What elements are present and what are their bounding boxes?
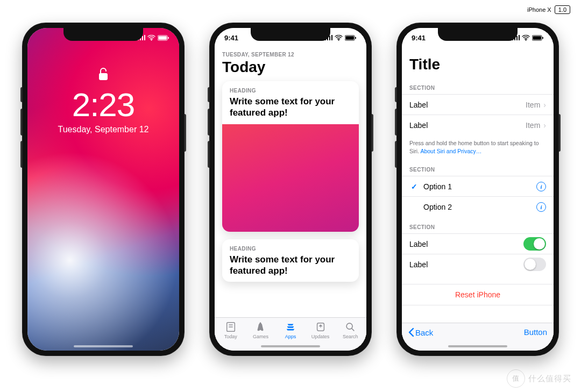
card-text: Write some text for your featured app!: [230, 254, 351, 277]
svg-rect-1: [158, 36, 167, 39]
chevron-left-icon: [408, 327, 414, 337]
chevron-right-icon: ›: [543, 121, 546, 130]
tab-apps[interactable]: Apps: [275, 321, 306, 339]
svg-rect-15: [542, 37, 543, 39]
phone-settings: 9:41 Title SECTION Label Item › Label It…: [396, 23, 559, 356]
today-date: TUESDAY, SEPTEMBER 12: [222, 52, 359, 58]
home-indicator[interactable]: [448, 345, 507, 347]
back-label: Back: [415, 328, 433, 337]
toggle-switch[interactable]: [523, 237, 546, 251]
page-title: Title: [402, 47, 554, 77]
battery-icon: [158, 35, 169, 41]
status-time: 9:41: [224, 34, 238, 42]
unlock-icon: [97, 67, 109, 84]
battery-icon: [345, 35, 357, 41]
tab-label: Updates: [311, 334, 330, 339]
row-label: Label: [409, 260, 523, 269]
switch-row: Label: [402, 233, 554, 254]
watermark: 值 什么值得买: [507, 369, 571, 388]
status-time: 9:41: [412, 34, 426, 42]
card-hero-image: [222, 124, 359, 232]
reset-button[interactable]: Reset iPhone: [402, 284, 554, 305]
row-label: Option 1: [423, 182, 536, 191]
svg-rect-14: [533, 36, 541, 39]
tab-label: Apps: [285, 334, 296, 339]
option-row[interactable]: Option 2 i: [402, 196, 554, 217]
battery-icon: [532, 35, 544, 41]
tab-games[interactable]: Games: [246, 321, 276, 339]
option-row[interactable]: ✓ Option 1 i: [402, 176, 554, 196]
card-text: Write some text for your featured app!: [230, 96, 351, 119]
row-label: Option 2: [423, 203, 536, 211]
svg-rect-6: [355, 37, 356, 39]
section-footer: Press and hold the home button to start …: [402, 135, 554, 159]
checkmark-icon: ✓: [409, 182, 419, 191]
wifi-icon: [522, 35, 530, 41]
tab-label: Today: [224, 334, 237, 339]
card-heading: HEADING: [230, 88, 351, 94]
privacy-link[interactable]: About Siri and Privacy…: [420, 148, 481, 154]
row-label: Label: [409, 240, 523, 248]
phone-appstore: 9:41 TUESDAY, SEPTEMBER 12 Today HEADING…: [209, 23, 372, 356]
svg-rect-3: [99, 73, 108, 80]
chevron-right-icon: ›: [543, 101, 546, 109]
section-header: SECTION: [402, 77, 554, 94]
switch-row: Label: [402, 254, 554, 274]
featured-card[interactable]: HEADING Write some text for your feature…: [222, 239, 359, 282]
row-label: Label: [409, 121, 526, 130]
row-value: Item: [526, 121, 540, 130]
watermark-badge-icon: 值: [507, 369, 525, 388]
phone-lockscreen: 2:23 Tuesday, September 12: [22, 23, 185, 356]
svg-line-12: [352, 329, 355, 331]
info-icon[interactable]: i: [536, 202, 546, 212]
tab-updates[interactable]: Updates: [306, 321, 336, 339]
notch: [438, 28, 518, 41]
svg-rect-2: [168, 37, 169, 39]
section-header: SECTION: [402, 217, 554, 233]
lock-date: Tuesday, September 12: [27, 125, 179, 134]
list-row[interactable]: Label Item ›: [402, 94, 554, 115]
featured-card[interactable]: HEADING Write some text for your feature…: [222, 81, 359, 232]
home-indicator[interactable]: [74, 345, 133, 347]
notch: [63, 28, 143, 41]
tab-today[interactable]: Today: [216, 321, 246, 339]
wifi-icon: [335, 35, 343, 41]
tab-search[interactable]: Search: [335, 321, 365, 339]
section-header: SECTION: [402, 159, 554, 176]
wifi-icon: [147, 35, 155, 41]
info-icon[interactable]: i: [536, 182, 546, 191]
toolbar-button[interactable]: Button: [524, 327, 547, 337]
svg-rect-5: [345, 36, 354, 39]
svg-point-11: [346, 323, 352, 329]
page-title: Today: [222, 59, 359, 76]
card-heading: HEADING: [230, 246, 351, 252]
back-button[interactable]: Back: [408, 327, 433, 337]
version-badge: 1.0: [555, 5, 570, 14]
notch: [251, 28, 330, 41]
tab-label: Search: [343, 334, 358, 339]
home-indicator[interactable]: [261, 345, 320, 347]
tab-label: Games: [253, 334, 268, 339]
list-row[interactable]: Label Item ›: [402, 115, 554, 135]
row-label: Label: [409, 101, 526, 109]
lock-time: 2:23: [27, 88, 179, 122]
device-label: iPhone X: [527, 6, 551, 13]
row-value: Item: [526, 101, 540, 109]
toggle-switch[interactable]: [523, 258, 546, 271]
